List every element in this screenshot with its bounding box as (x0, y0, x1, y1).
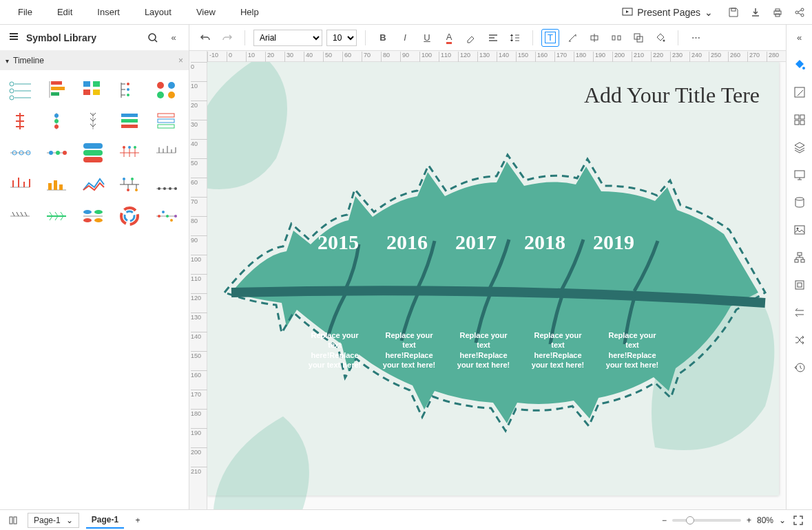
timeline-descriptions[interactable]: Replace your text here!Replace your text… (304, 330, 663, 370)
timeline-shape-17[interactable] (79, 171, 111, 198)
timeline-desc[interactable]: Replace your text here!Replace your text… (452, 330, 514, 370)
zoom-slider[interactable] (672, 519, 741, 522)
category-header[interactable]: ▾ Timeline × (0, 51, 189, 70)
timeline-desc[interactable]: Replace your text here!Replace your text… (378, 330, 440, 370)
year-2018[interactable]: 2018 (524, 231, 565, 254)
timeline-desc[interactable]: Replace your text here!Replace your text… (601, 330, 663, 370)
image-panel-icon[interactable] (791, 222, 808, 238)
bold-button[interactable]: B (374, 29, 392, 47)
timeline-desc[interactable]: Replace your text here!Replace your text… (304, 330, 366, 370)
add-page-button[interactable]: + (131, 513, 145, 527)
timeline-shape-12[interactable] (79, 139, 111, 167)
timeline-shape-0[interactable] (6, 76, 38, 103)
align-button[interactable] (484, 29, 502, 47)
page[interactable]: Add Your Title Tere (207, 62, 779, 496)
presentation-panel-icon[interactable] (791, 167, 808, 183)
timeline-desc[interactable]: Replace your text here!Replace your text… (527, 330, 589, 370)
timeline-shape-18[interactable] (114, 171, 147, 198)
timeline-shape-2[interactable] (79, 76, 111, 103)
timeline-shape-11[interactable] (42, 139, 74, 167)
page-selector[interactable]: Page-1 ⌄ (28, 513, 79, 528)
timeline-shape-1[interactable] (42, 76, 74, 103)
italic-button[interactable]: I (396, 29, 414, 47)
timeline-shape-14[interactable] (151, 139, 183, 167)
shape-align-button[interactable] (585, 29, 603, 47)
database-panel-icon[interactable] (791, 194, 808, 211)
timeline-shape-23[interactable] (114, 202, 147, 230)
line-spacing-button[interactable] (506, 29, 524, 47)
present-pages-button[interactable]: Present Pages ⌄ (616, 4, 718, 21)
menu-view[interactable]: View (184, 7, 228, 17)
year-2017[interactable]: 2017 (455, 231, 497, 254)
group-button[interactable] (629, 29, 647, 47)
timeline-shape-3[interactable] (114, 76, 147, 103)
zoom-in-button[interactable]: + (747, 516, 751, 525)
more-icon[interactable]: ⋯ (687, 29, 705, 47)
menu-edit[interactable]: Edit (45, 7, 85, 17)
year-2016[interactable]: 2016 (386, 231, 428, 254)
transform-panel-icon[interactable] (791, 304, 808, 321)
menu-file[interactable]: File (6, 7, 45, 17)
font-color-button[interactable]: A (440, 29, 458, 47)
search-icon[interactable] (146, 31, 160, 45)
print-icon[interactable] (771, 6, 784, 19)
timeline-shape-16[interactable] (42, 171, 74, 198)
chevron-down-icon[interactable]: ⌄ (779, 516, 786, 525)
underline-button[interactable]: U (418, 29, 436, 47)
font-size-select[interactable]: 10 (326, 30, 357, 46)
redo-button[interactable] (218, 29, 236, 47)
timeline-shape-8[interactable] (114, 107, 147, 135)
menu-insert[interactable]: Insert (85, 7, 132, 17)
timeline-shape-19[interactable] (151, 171, 183, 198)
layers-panel-icon[interactable] (791, 139, 808, 156)
timeline-shape-22[interactable] (79, 202, 111, 230)
canvas[interactable]: Add Your Title Tere (207, 62, 786, 509)
save-icon[interactable] (727, 6, 740, 19)
timeline-shape-24[interactable] (151, 202, 183, 230)
menu-help[interactable]: Help (228, 7, 271, 17)
timeline-shape-9[interactable] (151, 107, 183, 135)
timeline-shape-4[interactable] (151, 76, 183, 103)
org-panel-icon[interactable] (791, 249, 808, 266)
timeline-shape-6[interactable] (42, 107, 74, 135)
style-panel-icon[interactable] (791, 84, 808, 100)
close-icon[interactable]: × (178, 56, 183, 65)
timeline-shape-7[interactable] (79, 107, 111, 135)
connector-button[interactable] (563, 29, 581, 47)
svg-rect-81 (800, 115, 804, 119)
menu-layout[interactable]: Layout (132, 7, 184, 17)
brackets-panel-icon[interactable] (791, 277, 808, 293)
svg-point-49 (134, 146, 136, 149)
svg-rect-16 (51, 87, 65, 90)
timeline-shape-5[interactable] (6, 107, 38, 135)
timeline-shape-15[interactable] (6, 171, 38, 198)
distribute-button[interactable] (607, 29, 625, 47)
page-title[interactable]: Add Your Title Tere (584, 83, 760, 108)
grid-panel-icon[interactable] (791, 112, 808, 128)
download-icon[interactable] (749, 6, 762, 19)
timeline-shape-21[interactable] (42, 202, 74, 230)
leaf-timeline-shape[interactable] (221, 131, 765, 454)
shuffle-panel-icon[interactable] (791, 332, 808, 348)
collapse-left-icon[interactable]: « (167, 31, 180, 45)
collapse-right-icon[interactable]: « (791, 29, 808, 45)
font-select[interactable]: Arial (253, 30, 322, 46)
text-tool-button[interactable]: T (541, 29, 559, 47)
fill-panel-icon[interactable] (791, 56, 808, 73)
timeline-shape-10[interactable] (6, 139, 38, 167)
zoom-out-button[interactable]: − (662, 516, 667, 525)
svg-point-54 (127, 189, 129, 191)
highlight-button[interactable] (462, 29, 480, 47)
fullscreen-icon[interactable] (791, 513, 805, 527)
undo-button[interactable] (196, 29, 214, 47)
share-icon[interactable] (793, 6, 806, 19)
timeline-years[interactable]: 20152016201720182019 (317, 231, 634, 254)
timeline-shape-13[interactable] (114, 139, 147, 167)
history-panel-icon[interactable] (791, 359, 808, 376)
year-2015[interactable]: 2015 (317, 231, 359, 254)
fill-button[interactable] (652, 29, 669, 47)
pages-list-icon[interactable] (7, 513, 21, 527)
page-tab[interactable]: Page-1 (86, 512, 124, 529)
year-2019[interactable]: 2019 (593, 231, 634, 254)
timeline-shape-20[interactable] (6, 202, 38, 230)
